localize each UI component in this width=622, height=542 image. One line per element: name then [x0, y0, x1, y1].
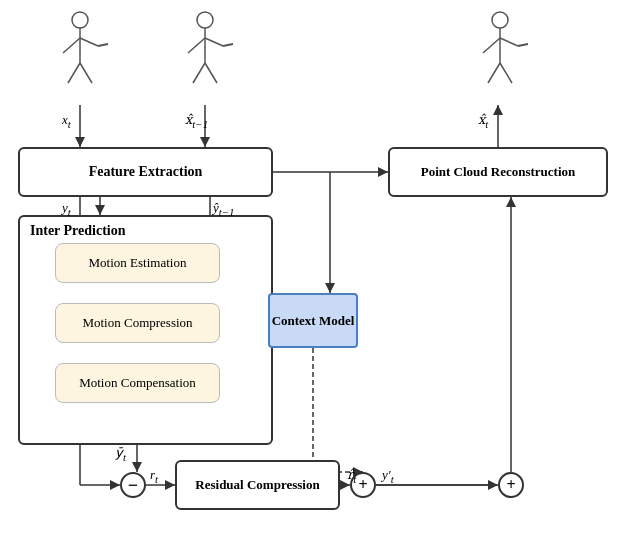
- svg-line-58: [188, 38, 205, 53]
- minus-symbol: −: [128, 476, 138, 494]
- feature-extraction-label: Feature Extraction: [89, 164, 203, 180]
- svg-line-52: [80, 38, 98, 46]
- svg-line-53: [98, 44, 108, 46]
- pcr-label: Point Cloud Reconstruction: [421, 164, 576, 180]
- plus-symbol-2: +: [506, 477, 515, 493]
- svg-marker-28: [506, 197, 516, 207]
- svg-line-68: [488, 63, 500, 83]
- svg-line-69: [500, 63, 512, 83]
- person-xhat-t: [468, 8, 533, 102]
- label-xt: xt: [62, 112, 71, 130]
- svg-marker-47: [325, 283, 335, 293]
- svg-line-67: [518, 44, 528, 46]
- svg-line-60: [223, 44, 233, 46]
- svg-point-49: [72, 12, 88, 28]
- svg-point-56: [197, 12, 213, 28]
- motion-compression-box: Motion Compression: [55, 303, 220, 343]
- svg-line-66: [500, 38, 518, 46]
- person-xhat-t1: [173, 8, 238, 102]
- svg-line-65: [483, 38, 500, 53]
- svg-marker-22: [165, 480, 175, 490]
- svg-line-62: [205, 63, 217, 83]
- svg-line-55: [80, 63, 92, 83]
- svg-marker-32: [493, 105, 503, 115]
- svg-marker-20: [132, 462, 142, 472]
- plus-circle-2: +: [498, 472, 524, 498]
- motion-compression-label: Motion Compression: [82, 315, 192, 331]
- context-model-box: Context Model: [268, 293, 358, 348]
- pcr-box: Point Cloud Reconstruction: [388, 147, 608, 197]
- label-yhat-t1: ŷt−1: [213, 200, 235, 218]
- inter-prediction-label: Inter Prediction: [20, 217, 136, 241]
- motion-compensation-box: Motion Compensation: [55, 363, 220, 403]
- svg-marker-3: [200, 137, 210, 147]
- label-ybar-t: ȳt: [115, 445, 126, 463]
- motion-estimation-box: Motion Estimation: [55, 243, 220, 283]
- residual-compression-box: Residual Compression: [175, 460, 340, 510]
- person-xt: [48, 8, 113, 102]
- plus-symbol-1: +: [358, 477, 367, 493]
- label-xhat-t: x̂t: [478, 112, 488, 130]
- residual-compression-label: Residual Compression: [195, 477, 319, 494]
- svg-marker-39: [110, 480, 120, 490]
- svg-line-61: [193, 63, 205, 83]
- context-model-label: Context Model: [272, 313, 355, 329]
- label-yprime-t: y′t: [382, 467, 394, 485]
- svg-marker-5: [95, 205, 105, 215]
- label-xhat-t1: x̂t−1: [185, 112, 208, 130]
- svg-line-51: [63, 38, 80, 53]
- svg-marker-26: [488, 480, 498, 490]
- svg-marker-1: [75, 137, 85, 147]
- label-yt: yt: [62, 200, 71, 218]
- motion-compensation-label: Motion Compensation: [79, 375, 196, 391]
- svg-line-59: [205, 38, 223, 46]
- label-rt: rt: [150, 467, 158, 485]
- feature-extraction-box: Feature Extraction: [18, 147, 273, 197]
- svg-point-63: [492, 12, 508, 28]
- label-rhat-t: r̂t: [347, 467, 356, 485]
- diagram: Feature Extraction Point Cloud Reconstru…: [0, 0, 622, 542]
- minus-circle: −: [120, 472, 146, 498]
- motion-estimation-label: Motion Estimation: [89, 255, 187, 271]
- svg-line-54: [68, 63, 80, 83]
- svg-marker-30: [378, 167, 388, 177]
